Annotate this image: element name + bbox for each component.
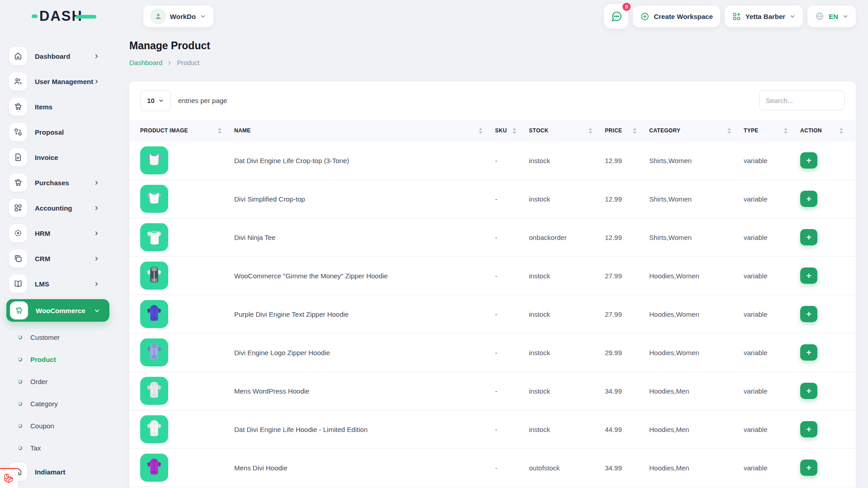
entries-per-page-select[interactable]: 10	[140, 90, 171, 111]
sort-icon[interactable]	[840, 128, 843, 134]
sidebar-submenu: Customer Product Order Category Coupon T…	[0, 324, 118, 459]
main-content: Manage Product Dashboard Product 10 entr…	[129, 33, 856, 488]
product-category: Shirts,Women	[649, 157, 744, 164]
product-image[interactable]	[140, 300, 168, 328]
column-header-action[interactable]: ACTION	[800, 127, 856, 134]
sidebar-item-purchases[interactable]: Purchases	[0, 170, 118, 195]
sort-icon[interactable]	[479, 128, 482, 134]
add-action-button[interactable]: +	[800, 152, 817, 169]
column-header-product-image[interactable]: PRODUCT IMAGE	[140, 127, 234, 134]
bullet-icon	[18, 424, 22, 428]
sidebar-item-label: Invoice	[35, 154, 118, 161]
table-body: Dat Divi Engine Life Crop-top (3-Tone) -…	[129, 141, 856, 487]
sort-icon[interactable]	[513, 128, 516, 134]
chevron-down-icon	[94, 307, 100, 314]
chevron-right-icon	[94, 230, 99, 236]
logo-dash-icon	[32, 14, 38, 18]
sidebar-item-label: User Management	[35, 78, 94, 85]
add-action-button[interactable]: +	[800, 383, 817, 399]
breadcrumb-dashboard-link[interactable]: Dashboard	[129, 59, 162, 66]
user-menu[interactable]: Yetta Barber	[725, 5, 803, 27]
laravel-icon	[3, 473, 15, 484]
product-image[interactable]	[140, 262, 168, 290]
sort-icon[interactable]	[727, 128, 731, 134]
bullet-icon	[18, 380, 22, 384]
chevron-right-icon	[94, 281, 99, 287]
sidebar-subitem-label: Customer	[30, 333, 60, 341]
product-price: 27.99	[605, 310, 649, 318]
search-input[interactable]	[759, 90, 845, 110]
add-action-button[interactable]: +	[800, 267, 817, 284]
product-sku: -	[495, 426, 529, 433]
laravel-debugbar-button[interactable]	[0, 468, 18, 488]
product-image[interactable]	[140, 223, 168, 251]
chevron-down-icon	[200, 13, 206, 19]
messages-button[interactable]: 0	[604, 4, 628, 28]
create-workspace-button[interactable]: Create Workspace	[633, 5, 720, 27]
sidebar-subitem-tax[interactable]: Tax	[0, 437, 118, 459]
sidebar-item-lms[interactable]: LMS	[0, 271, 118, 296]
product-image[interactable]	[140, 454, 168, 482]
sort-icon[interactable]	[218, 128, 222, 134]
product-image[interactable]	[140, 185, 168, 213]
product-price: 34.99	[605, 387, 649, 395]
add-action-button[interactable]: +	[800, 460, 817, 476]
sidebar-item-items[interactable]: Items	[0, 94, 118, 119]
product-price: 34.99	[605, 464, 649, 472]
product-price: 12.99	[605, 234, 649, 241]
product-image[interactable]	[140, 146, 168, 174]
product-type: variable	[744, 464, 800, 472]
sidebar-item-crm[interactable]: CRM	[0, 246, 118, 271]
lms-icon	[9, 275, 27, 293]
sidebar-item-label: Items	[35, 103, 118, 111]
product-type: variable	[744, 349, 800, 357]
sidebar-item-proposal[interactable]: Proposal	[0, 119, 118, 145]
sort-icon[interactable]	[633, 128, 637, 134]
add-action-button[interactable]: +	[800, 344, 817, 361]
column-header-type[interactable]: TYPE	[744, 127, 800, 134]
chevron-right-icon	[167, 60, 172, 66]
column-header-name[interactable]: NAME	[234, 127, 495, 134]
add-action-button[interactable]: +	[800, 191, 817, 207]
table-row: Divi Engine Logo Zipper Hoodie - instock…	[129, 333, 856, 372]
sort-icon[interactable]	[589, 128, 592, 134]
sidebar-item-invoice[interactable]: Invoice	[0, 145, 118, 170]
sidebar-subitem-label: Product	[30, 356, 56, 363]
users-icon	[9, 72, 27, 90]
product-stock: outofstock	[529, 464, 605, 472]
chevron-down-icon	[158, 98, 164, 103]
product-category: Hoodies,Women	[649, 349, 744, 357]
product-stock: instock	[529, 272, 605, 280]
sidebar-item-woocommerce[interactable]: WooCommerce	[6, 299, 109, 322]
brand-logo[interactable]: DASH	[32, 8, 96, 24]
add-action-button[interactable]: +	[800, 306, 817, 322]
add-action-button[interactable]: +	[800, 229, 817, 245]
column-header-stock[interactable]: STOCK	[529, 127, 605, 134]
language-selector[interactable]: EN	[807, 5, 856, 27]
column-header-category[interactable]: CATEGORY	[649, 127, 744, 134]
sidebar-subitem-order[interactable]: Order	[0, 371, 118, 393]
crm-icon	[9, 249, 27, 267]
sidebar-item-accounting[interactable]: Accounting	[0, 195, 118, 221]
chat-bubble-icon	[610, 10, 623, 23]
add-action-button[interactable]: +	[800, 421, 817, 437]
sidebar-subitem-customer[interactable]: Customer	[0, 326, 118, 348]
sidebar-item-dashboard[interactable]: Dashboard	[0, 43, 118, 69]
sidebar-item-hrm[interactable]: HRM	[0, 221, 118, 246]
sidebar-subitem-category[interactable]: Category	[0, 393, 118, 415]
sidebar-subitem-product[interactable]: Product	[0, 348, 118, 371]
column-header-price[interactable]: PRICE	[605, 127, 649, 134]
sidebar-subitem-coupon[interactable]: Coupon	[0, 415, 118, 437]
product-sku: -	[495, 387, 529, 395]
product-image[interactable]	[140, 415, 168, 443]
product-image[interactable]	[140, 338, 168, 366]
sort-icon[interactable]	[784, 128, 788, 134]
workspace-switcher[interactable]: WorkDo	[143, 5, 213, 27]
product-image[interactable]	[140, 377, 168, 405]
product-name: Dat Divi Engine Life Crop-top (3-Tone)	[234, 157, 495, 164]
column-header-sku[interactable]: SKU	[495, 127, 529, 134]
home-icon	[9, 47, 27, 65]
sidebar-item-user-management[interactable]: User Management	[0, 69, 118, 94]
column-header-label: STOCK	[529, 127, 548, 134]
product-name: Divi Ninja Tee	[234, 234, 495, 241]
